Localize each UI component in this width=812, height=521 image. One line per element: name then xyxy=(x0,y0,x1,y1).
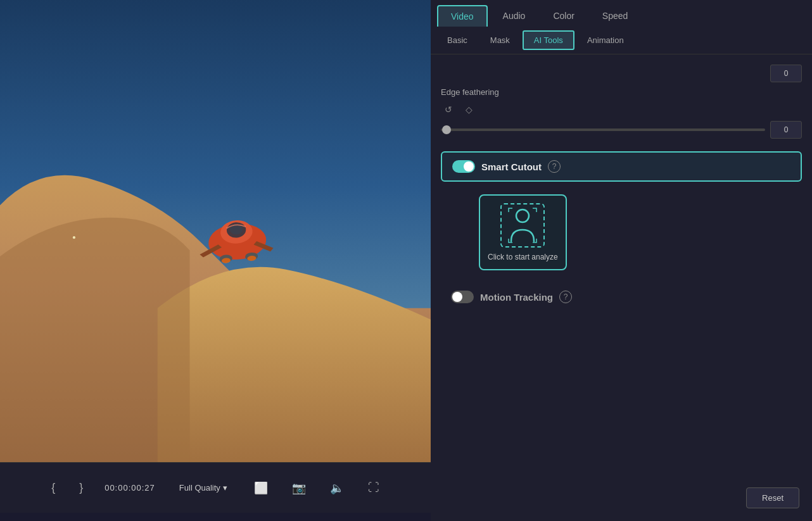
tab-speed[interactable]: Speed xyxy=(590,6,640,26)
volume-icon[interactable]: 🔈 xyxy=(327,479,346,498)
quality-label: Full Quality xyxy=(179,483,220,493)
motion-tracking-row: Motion Tracking ? xyxy=(441,283,802,311)
fullscreen-icon[interactable]: ⛶ xyxy=(365,479,382,497)
person-icon xyxy=(507,207,538,244)
chevron-down-icon: ▾ xyxy=(223,483,227,493)
toggle-knob xyxy=(464,161,474,172)
svg-point-9 xyxy=(73,236,75,239)
timecode-display: 00:00:00:27 xyxy=(105,483,155,493)
analyze-section: Click to start analyze xyxy=(441,194,802,270)
tab-audio[interactable]: Audio xyxy=(490,6,538,26)
mark-out-button[interactable]: } xyxy=(77,479,86,497)
snapshot-icon[interactable]: 📷 xyxy=(289,479,308,498)
svg-point-10 xyxy=(516,210,529,222)
tab-video[interactable]: Video xyxy=(437,5,488,27)
subtab-basic[interactable]: Basic xyxy=(437,32,478,49)
motion-tracking-help-icon[interactable]: ? xyxy=(559,291,572,303)
video-panel xyxy=(0,0,431,462)
reset-slider-icon[interactable]: ↺ xyxy=(441,102,456,117)
subtab-ai-tools[interactable]: AI Tools xyxy=(523,30,574,50)
video-controls: { } 00:00:00:27 Full Quality ▾ ⬜ 📷 🔈 ⛶ xyxy=(0,462,431,513)
motion-toggle-knob xyxy=(452,292,462,302)
monitor-icon[interactable]: ⬜ xyxy=(251,479,270,498)
mark-in-button[interactable]: { xyxy=(49,479,58,497)
tabs-row-1: Video Audio Color Speed xyxy=(431,0,812,27)
right-panel: 1 2 3 4 Video Audio Color Speed Basic Ma… xyxy=(431,0,812,521)
panel-content: 0 Edge feathering ↺ ◇ 0 xyxy=(431,54,812,521)
edge-feathering-thumb[interactable] xyxy=(442,125,451,134)
edge-feathering-value[interactable]: 0 xyxy=(770,121,802,139)
smart-cutout-label: Smart Cutout xyxy=(481,161,542,172)
motion-tracking-label: Motion Tracking xyxy=(480,292,553,303)
top-value-box[interactable]: 0 xyxy=(770,65,802,82)
edge-feathering-section: Edge feathering ↺ ◇ 0 xyxy=(441,87,802,139)
smart-cutout-help-icon[interactable]: ? xyxy=(548,160,561,173)
keyframe-icon[interactable]: ◇ xyxy=(461,102,476,117)
subtab-mask[interactable]: Mask xyxy=(480,32,520,49)
scene-svg xyxy=(0,0,431,462)
subtab-animation[interactable]: Animation xyxy=(577,32,634,49)
tab-color[interactable]: Color xyxy=(540,6,587,26)
quality-dropdown[interactable]: Full Quality ▾ xyxy=(174,480,232,495)
analyze-icon-box xyxy=(500,203,545,248)
tabs-row-2: Basic Mask AI Tools Animation xyxy=(431,27,812,54)
reset-button[interactable]: Reset xyxy=(746,487,799,508)
smart-cutout-row: Smart Cutout ? xyxy=(441,151,802,182)
edge-feathering-track[interactable] xyxy=(441,129,765,131)
analyze-button[interactable]: Click to start analyze xyxy=(479,194,567,270)
video-canvas xyxy=(0,0,431,462)
smart-cutout-toggle[interactable] xyxy=(452,160,475,173)
analyze-label: Click to start analyze xyxy=(488,253,558,261)
motion-tracking-toggle[interactable] xyxy=(451,291,474,303)
edge-feathering-label: Edge feathering xyxy=(441,87,802,97)
